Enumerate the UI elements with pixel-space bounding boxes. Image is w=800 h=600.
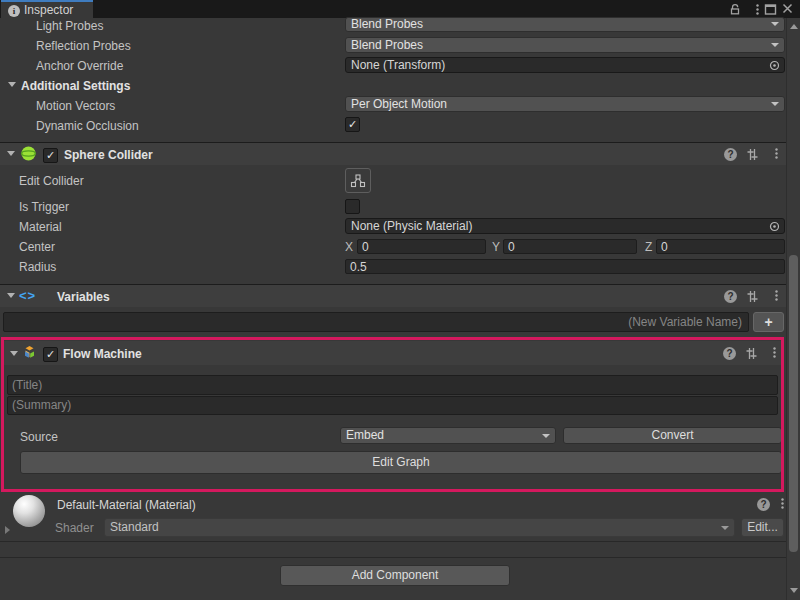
- window-titlebar: i Inspector: [0, 0, 800, 18]
- window-menu-icon[interactable]: [751, 3, 764, 16]
- tab-label: Inspector: [24, 3, 73, 17]
- new-variable-placeholder: (New Variable Name): [628, 315, 742, 329]
- anchor-override-object-field[interactable]: None (Transform): [345, 57, 785, 73]
- shader-label: Shader: [55, 521, 94, 535]
- sphere-collider-foldout-icon[interactable]: [7, 151, 15, 156]
- edit-collider-button[interactable]: [345, 168, 371, 193]
- center-y-field[interactable]: 0: [503, 239, 637, 254]
- is-trigger-checkbox[interactable]: [345, 199, 360, 214]
- light-probes-value: Blend Probes: [351, 17, 423, 31]
- presets-icon[interactable]: [746, 148, 759, 161]
- chevron-down-icon: [771, 43, 779, 47]
- shader-dropdown[interactable]: Standard: [104, 518, 735, 537]
- variables-title: Variables: [57, 290, 110, 304]
- shader-edit-button[interactable]: Edit...: [741, 518, 784, 537]
- inspector-window: i Inspector Light Probes Blend Probes Re…: [0, 0, 800, 600]
- tab-inspector[interactable]: i Inspector: [1, 0, 93, 18]
- chevron-down-icon: [721, 526, 729, 530]
- divider: [0, 541, 786, 542]
- motion-vectors-value: Per Object Motion: [351, 97, 447, 111]
- reflection-probes-dropdown[interactable]: Blend Probes: [345, 37, 785, 53]
- help-icon[interactable]: ?: [723, 347, 736, 360]
- additional-settings-foldout-icon[interactable]: [8, 82, 16, 87]
- edit-graph-button[interactable]: Edit Graph: [20, 451, 782, 474]
- variables-icon: <>: [19, 288, 36, 303]
- flow-machine-foldout-icon[interactable]: [10, 351, 18, 356]
- scrollbar-thumb[interactable]: [789, 255, 798, 552]
- help-icon[interactable]: ?: [724, 148, 737, 161]
- object-picker-icon[interactable]: [769, 221, 780, 232]
- additional-settings-label[interactable]: Additional Settings: [21, 79, 130, 93]
- light-probes-label: Light Probes: [36, 19, 103, 33]
- radius-label: Radius: [19, 260, 56, 274]
- shader-value: Standard: [110, 520, 159, 534]
- presets-icon[interactable]: [745, 347, 758, 360]
- reflection-probes-label: Reflection Probes: [36, 39, 131, 53]
- center-z-value: 0: [661, 240, 668, 254]
- dynamic-occlusion-checkbox[interactable]: ✓: [345, 117, 360, 132]
- sphere-collider-icon: [21, 146, 36, 161]
- radius-value: 0.5: [350, 260, 367, 274]
- unlock-icon[interactable]: [729, 3, 742, 16]
- center-y-value: 0: [508, 240, 515, 254]
- graph-title-placeholder: (Title): [12, 378, 42, 392]
- dynamic-occlusion-label: Dynamic Occlusion: [36, 119, 139, 133]
- light-probes-dropdown[interactable]: Blend Probes: [345, 17, 785, 32]
- material-title: Default-Material (Material): [57, 498, 196, 512]
- more-icon[interactable]: [770, 147, 783, 160]
- info-icon: i: [8, 5, 20, 17]
- sphere-collider-title: Sphere Collider: [64, 148, 153, 162]
- center-label: Center: [19, 240, 55, 254]
- graph-summary-placeholder: (Summary): [12, 398, 71, 412]
- flow-machine-enabled-checkbox[interactable]: ✓: [43, 347, 58, 362]
- add-component-button[interactable]: Add Component: [280, 565, 510, 586]
- graph-summary-input[interactable]: (Summary): [7, 396, 778, 415]
- object-picker-icon[interactable]: [769, 60, 780, 71]
- help-icon[interactable]: ?: [724, 290, 737, 303]
- more-icon[interactable]: [770, 289, 783, 302]
- anchor-override-value: None (Transform): [351, 58, 445, 72]
- convert-button[interactable]: Convert: [563, 427, 782, 444]
- center-x-field[interactable]: 0: [357, 239, 486, 254]
- scrollbar-up-icon[interactable]: [790, 24, 798, 29]
- sphere-collider-enabled-checkbox[interactable]: ✓: [43, 148, 58, 163]
- radius-field[interactable]: 0.5: [345, 259, 785, 274]
- center-x-value: 0: [362, 240, 369, 254]
- material-preview-sphere: [13, 495, 45, 527]
- center-z-field[interactable]: 0: [656, 239, 785, 254]
- more-icon[interactable]: [768, 346, 781, 359]
- material-preview-foldout-icon[interactable]: [5, 526, 10, 534]
- source-dropdown[interactable]: Embed: [340, 427, 556, 444]
- variables-header[interactable]: [0, 284, 786, 307]
- anchor-override-label: Anchor Override: [36, 59, 123, 73]
- close-icon[interactable]: [781, 2, 794, 15]
- edit-collider-label: Edit Collider: [19, 174, 84, 188]
- collider-material-value: None (Physic Material): [351, 219, 472, 233]
- collider-material-object-field[interactable]: None (Physic Material): [345, 218, 785, 234]
- flow-machine-icon: [21, 345, 38, 362]
- scrollbar-down-icon[interactable]: [790, 588, 798, 593]
- help-icon[interactable]: ?: [757, 498, 770, 511]
- is-trigger-label: Is Trigger: [19, 200, 69, 214]
- new-variable-name-input[interactable]: (New Variable Name): [3, 312, 749, 332]
- source-label: Source: [20, 430, 58, 444]
- motion-vectors-label: Motion Vectors: [36, 99, 115, 113]
- source-value: Embed: [346, 428, 384, 442]
- collider-material-label: Material: [19, 220, 62, 234]
- motion-vectors-dropdown[interactable]: Per Object Motion: [345, 96, 785, 112]
- variables-foldout-icon[interactable]: [7, 293, 15, 298]
- flow-machine-title: Flow Machine: [63, 347, 142, 361]
- center-z-label[interactable]: Z: [645, 240, 652, 254]
- graph-title-input[interactable]: (Title): [7, 375, 778, 395]
- divider: [0, 557, 800, 558]
- add-variable-button[interactable]: +: [753, 312, 784, 332]
- center-x-label[interactable]: X: [345, 240, 353, 254]
- edit-collider-icon: [350, 173, 366, 188]
- chevron-down-icon: [771, 102, 779, 106]
- chevron-down-icon: [771, 22, 779, 26]
- chevron-down-icon: [542, 434, 550, 438]
- maximize-icon[interactable]: [764, 3, 777, 16]
- reflection-probes-value: Blend Probes: [351, 38, 423, 52]
- center-y-label[interactable]: Y: [492, 240, 500, 254]
- presets-icon[interactable]: [746, 290, 759, 303]
